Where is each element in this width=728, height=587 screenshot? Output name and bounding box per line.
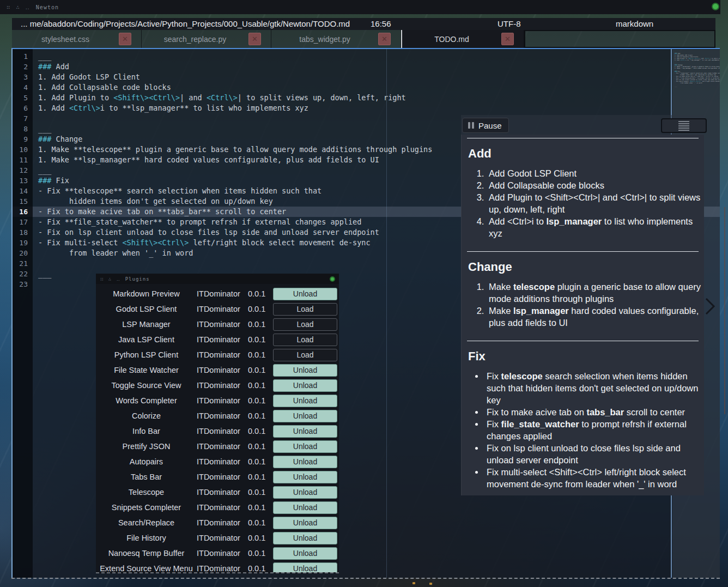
plugin-author: ITDominator — [197, 503, 248, 512]
plugin-row: Nanoesq Temp BufferITDominator0.0.1Unloa… — [96, 546, 339, 561]
wallpaper-detail — [724, 207, 725, 414]
preview-menu-button[interactable] — [661, 118, 707, 133]
plugin-unload-button[interactable]: Unload — [273, 410, 337, 422]
preview-list-item: Fix multi-select <Shift><Ctrl> left/righ… — [484, 466, 704, 490]
tab-close-icon[interactable]: ✕ — [501, 33, 514, 45]
preview-heading: Change — [468, 260, 704, 274]
plugin-version: 0.0.1 — [248, 320, 273, 329]
preview-divider — [467, 138, 699, 138]
preview-list-item: Make telescope plugin a generic base to … — [487, 281, 704, 305]
plugin-row: Search/ReplaceITDominator0.0.1Unload — [96, 515, 339, 530]
file-path: ... me/abaddon/Coding/Projects/Active/Py… — [21, 19, 350, 28]
plugin-name: File History — [96, 534, 197, 542]
line-number: 16 — [13, 207, 33, 217]
window-titlebar: ∷ ∴ ‥ Newton — [0, 0, 720, 14]
code-line[interactable]: 1. Add Plugin to <Shift\><Ctrl\>| and <C… — [33, 93, 720, 103]
window-status-dot-icon[interactable] — [712, 3, 719, 10]
plugin-row: LSP ManagerITDominator0.0.1Load — [96, 317, 339, 332]
plugin-version: 0.0.1 — [248, 350, 273, 359]
plugin-load-button[interactable]: Load — [273, 318, 337, 331]
code-line[interactable]: ### Add — [33, 62, 720, 72]
plugin-unload-button[interactable]: Unload — [273, 456, 337, 468]
right-margin-line — [386, 49, 387, 578]
plugin-name: Prettify JSON — [96, 442, 197, 451]
plugin-unload-button[interactable]: Unload — [273, 395, 337, 407]
plugin-load-button[interactable]: Load — [273, 349, 337, 361]
plugin-unload-button[interactable]: Unload — [273, 517, 337, 529]
plugin-row: Godot LSP ClientITDominator0.0.1Load — [96, 301, 339, 317]
plugins-drag-dots-icon: ∷ ∴ ‥ — [100, 276, 121, 282]
plugin-unload-button[interactable]: Unload — [273, 379, 337, 392]
line-number: 2 — [13, 62, 33, 72]
tab-search_replace.py[interactable]: search_replace.py✕ — [142, 30, 271, 48]
wallpaper-light — [412, 582, 415, 584]
line-number: 1 — [13, 51, 33, 62]
plugin-row: Java LSP ClientITDominator0.0.1Load — [96, 332, 339, 347]
plugin-name: Autopairs — [96, 457, 197, 466]
plugin-author: ITDominator — [197, 488, 248, 497]
tab-close-icon[interactable]: ✕ — [248, 33, 261, 45]
plugin-name: Nanoesq Temp Buffer — [96, 549, 197, 558]
line-number: 12 — [13, 165, 33, 176]
plugin-version: 0.0.1 — [248, 396, 273, 405]
plugin-version: 0.0.1 — [248, 473, 273, 481]
plugin-author: ITDominator — [197, 381, 248, 390]
line-number: 20 — [13, 248, 33, 258]
preview-list: Add Godot LSP ClientAdd Collapsable code… — [462, 167, 704, 239]
line-number: 19 — [13, 238, 33, 248]
tab-TODO.md[interactable]: TODO.md✕ — [401, 30, 524, 48]
plugin-row: Toggle Source ViewITDominator0.0.1Unload — [96, 378, 339, 393]
preview-list-item: Fix on lsp client unload to close files … — [484, 442, 704, 466]
plugin-row: Words CompleterITDominator0.0.1Unload — [96, 393, 339, 408]
plugin-name: Extend Source View Menu — [96, 564, 197, 573]
language-label: markdown — [616, 19, 653, 28]
plugin-load-button[interactable]: Load — [273, 334, 337, 346]
plugin-unload-button[interactable]: Unload — [273, 532, 337, 544]
plugin-name: Info Bar — [96, 427, 197, 435]
window-resize-edge[interactable] — [11, 578, 720, 579]
preview-header: Pause — [461, 115, 704, 135]
code-line[interactable]: 1. Add Godot LSP Client — [33, 72, 720, 82]
plugin-row: Markdown PreviewITDominator0.0.1Unload — [96, 286, 339, 301]
plugin-name: Toggle Source View — [96, 381, 197, 390]
plugin-author: ITDominator — [197, 366, 248, 374]
plugin-unload-button[interactable]: Unload — [273, 364, 337, 377]
preview-list-item: Add Collapsable code blocks — [487, 179, 704, 191]
plugin-unload-button[interactable]: Unload — [273, 562, 337, 574]
line-number: 14 — [13, 186, 33, 196]
plugins-list: Markdown PreviewITDominator0.0.1UnloadGo… — [96, 284, 339, 573]
tab-stylesheet.css[interactable]: stylesheet.css✕ — [12, 30, 142, 48]
plugin-load-button[interactable]: Load — [273, 303, 337, 316]
plugin-author: ITDominator — [197, 473, 248, 481]
code-line[interactable]: 1. Add <Ctrl\>i to **lsp_manager** to li… — [33, 103, 720, 113]
minimap-code: ___### Add1. Add Godot LSP Client1. Add … — [672, 50, 720, 90]
plugin-unload-button[interactable]: Unload — [273, 425, 337, 438]
tab-tabs_widget.py[interactable]: tabs_widget.py✕ — [271, 30, 401, 48]
code-line[interactable]: 1. Add Collapsable code blocks — [33, 82, 720, 93]
pause-button[interactable]: Pause — [462, 118, 509, 133]
plugin-name: File State Watcher — [96, 366, 197, 374]
plugin-name: Tabs Bar — [96, 473, 197, 481]
plugins-status-dot-icon[interactable] — [330, 276, 335, 282]
pause-button-label: Pause — [478, 121, 502, 130]
plugin-unload-button[interactable]: Unload — [273, 501, 337, 514]
plugin-unload-button[interactable]: Unload — [273, 288, 337, 300]
preview-list-item: Fix telescope search selection when item… — [484, 370, 704, 406]
plugin-unload-button[interactable]: Unload — [273, 486, 337, 499]
tab-close-icon[interactable]: ✕ — [119, 33, 131, 45]
tab-close-icon[interactable]: ✕ — [378, 33, 391, 45]
plugin-version: 0.0.1 — [248, 366, 273, 374]
line-number: 4 — [13, 82, 33, 93]
plugin-unload-button[interactable]: Unload — [273, 471, 337, 483]
code-line[interactable]: ___ — [33, 51, 720, 62]
panel-collapse-handle[interactable] — [704, 298, 717, 315]
plugin-name: Search/Replace — [96, 518, 197, 527]
plugin-name: Godot LSP Client — [96, 305, 197, 313]
preview-list-item: Add Godot LSP Client — [487, 167, 704, 179]
plugin-version: 0.0.1 — [248, 381, 273, 390]
plugin-unload-button[interactable]: Unload — [273, 440, 337, 453]
plugins-titlebar: ∷ ∴ ‥ Plugins — [96, 274, 339, 284]
plugin-unload-button[interactable]: Unload — [273, 547, 337, 560]
tab-label: stylesheet.css — [12, 35, 119, 44]
plugin-name: Words Completer — [96, 396, 197, 405]
